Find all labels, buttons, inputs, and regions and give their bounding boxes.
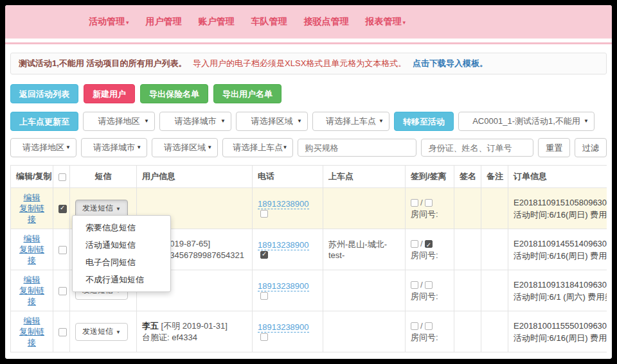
phone-link[interactable]: 18913238900 [258,322,309,333]
filter-city-select[interactable]: 请选择城市▼ [81,138,147,157]
user-table-wrap: 编辑/复制 短信 用户信息 电话 上车点 签到/签离 签名 备注 订单信息 编辑… [10,165,607,352]
order-number: E201811091510580963000025 [514,196,607,209]
phone-checkbox[interactable] [260,292,268,300]
pickup-cell [323,270,406,311]
chevron-down-icon: ▼ [207,139,212,157]
room-label: 房间号: [411,332,449,343]
user-info-text: 2019-87-65] [165,239,210,248]
nav-activity-management[interactable]: 活动管理▾ [89,16,129,28]
col-phone: 电话 [253,166,323,188]
phone-link[interactable]: 18913238900 [258,199,309,209]
chevron-down-icon: ▼ [136,139,141,157]
table-header-row: 编辑/复制 短信 用户信息 电话 上车点 签到/签离 签名 备注 订单信息 [11,166,607,188]
nav-report-management[interactable]: 报表管理▾ [366,16,406,28]
nav-pickup-point-management[interactable]: 接驳点管理 [304,16,349,28]
select-all-checkbox[interactable] [58,173,66,181]
copy-link[interactable]: 复制链接 [16,203,48,225]
row-checkbox[interactable] [58,328,67,336]
pickup-cell [323,311,406,352]
edit-link[interactable]: 编辑 [16,274,48,285]
back-to-activity-list-button[interactable]: 返回活动列表 [10,84,78,103]
order-detail: 活动时间:6/16(周日) 费用类型 [514,250,607,262]
col-select-all [53,166,70,188]
chevron-down-icon: ▼ [584,112,589,130]
edit-link[interactable]: 编辑 [16,192,48,203]
action-buttons-row: 返回活动列表 新建用户 导出保险名单 导出用户名单 [10,84,607,103]
order-number: E201811091318410963000031 [514,279,607,291]
checkout-checkbox[interactable] [425,281,433,289]
checkout-checkbox[interactable] [425,240,433,248]
chevron-down-icon: ▼ [66,139,71,157]
room-label: 房间号: [411,291,449,302]
nav-fleet-management[interactable]: 车队管理 [251,16,287,28]
activity-title-text: 测试活动1,不能用 活动项目的所有用户列表。 [19,58,186,68]
search-filter-row: 请选择地区▼ 请选择城市▼ 请选择区域▼ 请选择上车点▼ 重置 过滤 [10,138,607,157]
checkout-checkbox[interactable] [425,322,433,330]
menu-item-activity-notice-sms[interactable]: 活动通知短信 [73,236,170,254]
reset-button[interactable]: 重置 [538,138,570,157]
room-label: 房间号: [411,250,449,261]
user-name: 李五 [142,321,159,331]
activity-select[interactable]: AC0001_1-测试活动1,不能用▼ [458,112,595,131]
city-select[interactable]: 请选择城市▼ [159,112,231,131]
order-detail: 活动时间:6/16(周日) 费用类型 [514,209,607,221]
copy-link[interactable]: 复制链接 [16,285,48,307]
menu-item-e-contract-sms[interactable]: 电子合同短信 [73,254,170,271]
phone-checkbox[interactable] [260,333,268,341]
edit-link[interactable]: 编辑 [16,315,48,326]
row-checkbox[interactable] [58,205,67,213]
checkin-checkbox[interactable] [411,322,418,330]
top-navbar: 活动管理▾ 用户管理 账户管理 车队管理 接驳点管理 报表管理▾ [5,5,612,39]
copy-link[interactable]: 复制链接 [16,244,48,266]
phone-link[interactable]: 18913238900 [258,281,309,291]
nav-account-management[interactable]: 账户管理 [199,16,235,28]
order-number: E201811091455140963000019 [514,238,607,250]
pickup-update-row: 上车点更新至 请选择地区▼ 请选择城市▼ 请选择区域▼ 请选择上车点▼ 转移至活… [10,112,607,131]
checkout-checkbox[interactable] [425,199,433,207]
transfer-to-activity-button[interactable]: 转移至活动 [394,112,454,131]
chevron-down-icon: ▾ [126,19,129,26]
chevron-down-icon: ▾ [403,19,406,26]
navbar-divider [5,42,612,44]
phone-checkbox[interactable] [260,210,268,218]
pickup-cell [323,188,406,229]
col-edit-copy: 编辑/复制 [11,166,53,188]
purchase-spec-input[interactable] [298,139,416,157]
menu-item-request-info-sms[interactable]: 索要信息短信 [73,219,170,236]
filter-region-select[interactable]: 请选择地区▼ [10,138,76,157]
signature-cell [454,311,481,352]
user-info-text: [不明 2019-01-31] [159,321,228,331]
signature-cell [454,188,481,229]
row-checkbox[interactable] [58,246,67,254]
download-template-link[interactable]: 点击下载导入模板。 [413,58,488,68]
new-user-button[interactable]: 新建用户 [84,84,135,103]
room-label: 房间号: [411,209,449,220]
checkin-checkbox[interactable] [411,281,418,289]
menu-item-cancel-notice-sms[interactable]: 不成行通知短信 [73,271,170,288]
copy-link[interactable]: 复制链接 [16,326,48,348]
export-insurance-list-button[interactable]: 导出保险名单 [140,84,208,103]
checkin-checkbox[interactable] [411,199,418,207]
edit-link[interactable]: 编辑 [16,233,48,244]
filter-district-select[interactable]: 请选择区域▼ [152,138,218,157]
update-pickup-button[interactable]: 上车点更新至 [10,112,78,131]
search-input[interactable] [421,139,533,157]
chevron-down-icon: ▼ [379,112,384,130]
filter-button[interactable]: 过滤 [575,138,607,157]
export-user-list-button[interactable]: 导出用户名单 [213,84,282,103]
signature-cell [454,229,481,270]
remark-cell [481,270,508,311]
nav-user-management[interactable]: 用户管理 [146,16,182,28]
filter-pickup-select[interactable]: 请选择上车点▼ [222,138,293,157]
phone-link[interactable]: 18913238900 [258,240,309,250]
phone-checkbox[interactable] [260,251,268,259]
region-select[interactable]: 请选择地区▼ [83,112,155,131]
col-remark: 备注 [481,166,508,188]
row-checkbox[interactable] [58,287,67,295]
pickup-point-select[interactable]: 请选择上车点▼ [312,112,389,131]
col-signature: 签名 [454,166,481,188]
checkin-checkbox[interactable] [411,240,418,248]
district-select[interactable]: 请选择区域▼ [236,112,308,131]
send-sms-button[interactable]: 发送短信▼ [75,323,128,341]
col-user-info: 用户信息 [137,166,253,188]
